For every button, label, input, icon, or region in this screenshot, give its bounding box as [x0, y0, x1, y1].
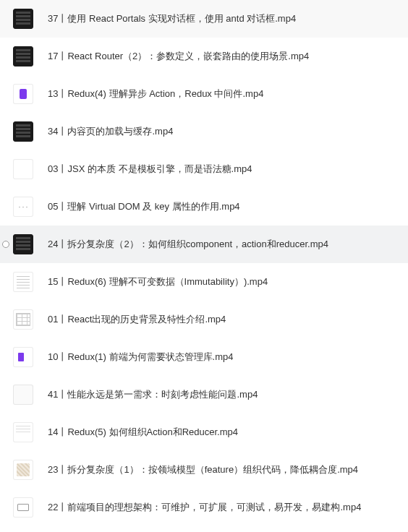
file-name-label: 34丨内容页的加载与缓存.mp4: [48, 125, 173, 138]
file-name-label: 15丨Redux(6) 理解不可变数据（Immutability）).mp4: [48, 275, 268, 288]
file-name-label: 22丨前端项目的理想架构：可维护，可扩展，可测试，易开发，易建构.mp4: [48, 501, 361, 514]
file-row[interactable]: 41丨性能永远是第一需求：时刻考虑性能问题.mp4: [0, 376, 408, 413]
file-row[interactable]: 37丨使用 React Portals 实现对话框，使用 antd 对话框.mp…: [0, 0, 408, 38]
file-name-label: 10丨Redux(1) 前端为何需要状态管理库.mp4: [48, 351, 233, 364]
file-name-label: 37丨使用 React Portals 实现对话框，使用 antd 对话框.mp…: [48, 12, 296, 25]
video-thumbnail-icon: [13, 84, 33, 104]
video-thumbnail-icon: [13, 9, 33, 29]
video-thumbnail-icon: [13, 159, 33, 179]
video-thumbnail-icon: [13, 272, 33, 292]
file-name-label: 14丨Redux(5) 如何组织Action和Reducer.mp4: [48, 426, 238, 439]
file-name-label: 03丨JSX 的本质 不是模板引擎，而是语法糖.mp4: [48, 163, 252, 176]
video-thumbnail-icon: [13, 197, 33, 217]
video-thumbnail-icon: [13, 497, 33, 518]
file-row[interactable]: 13丨Redux(4) 理解异步 Action，Redux 中间件.mp4: [0, 75, 408, 113]
video-thumbnail-icon: [13, 385, 33, 405]
video-thumbnail-icon: [13, 46, 33, 66]
selection-indicator-icon: [2, 241, 9, 248]
file-row[interactable]: 24丨拆分复杂度（2）：如何组织component，action和reducer…: [0, 226, 408, 263]
file-row[interactable]: 17丨React Router（2）：参数定义，嵌套路由的使用场景.mp4: [0, 38, 408, 75]
file-row[interactable]: 15丨Redux(6) 理解不可变数据（Immutability）).mp4: [0, 263, 408, 301]
file-row[interactable]: 23丨拆分复杂度（1）：按领域模型（feature）组织代码，降低耦合度.mp4: [0, 451, 408, 489]
file-name-label: 24丨拆分复杂度（2）：如何组织component，action和reducer…: [48, 238, 328, 251]
video-thumbnail-icon: [13, 121, 33, 142]
video-thumbnail-icon: [13, 309, 33, 330]
file-name-label: 41丨性能永远是第一需求：时刻考虑性能问题.mp4: [48, 388, 258, 401]
file-name-label: 23丨拆分复杂度（1）：按领域模型（feature）组织代码，降低耦合度.mp4: [48, 463, 358, 476]
video-thumbnail-icon: [13, 422, 33, 442]
file-row[interactable]: 03丨JSX 的本质 不是模板引擎，而是语法糖.mp4: [0, 150, 408, 188]
file-name-label: 05丨理解 Virtual DOM 及 key 属性的作用.mp4: [48, 200, 240, 213]
file-row[interactable]: 10丨Redux(1) 前端为何需要状态管理库.mp4: [0, 338, 408, 376]
video-thumbnail-icon: [13, 234, 33, 254]
file-name-label: 01丨React出现的历史背景及特性介绍.mp4: [48, 313, 226, 326]
video-thumbnail-icon: [13, 347, 33, 367]
file-row[interactable]: 22丨前端项目的理想架构：可维护，可扩展，可测试，易开发，易建构.mp4: [0, 489, 408, 526]
file-list: 37丨使用 React Portals 实现对话框，使用 antd 对话框.mp…: [0, 0, 408, 526]
file-row[interactable]: 01丨React出现的历史背景及特性介绍.mp4: [0, 301, 408, 338]
file-name-label: 17丨React Router（2）：参数定义，嵌套路由的使用场景.mp4: [48, 50, 309, 63]
file-name-label: 13丨Redux(4) 理解异步 Action，Redux 中间件.mp4: [48, 87, 263, 100]
file-row[interactable]: 14丨Redux(5) 如何组织Action和Reducer.mp4: [0, 413, 408, 451]
file-row[interactable]: 34丨内容页的加载与缓存.mp4: [0, 113, 408, 150]
video-thumbnail-icon: [13, 460, 33, 480]
file-row[interactable]: 05丨理解 Virtual DOM 及 key 属性的作用.mp4: [0, 188, 408, 226]
